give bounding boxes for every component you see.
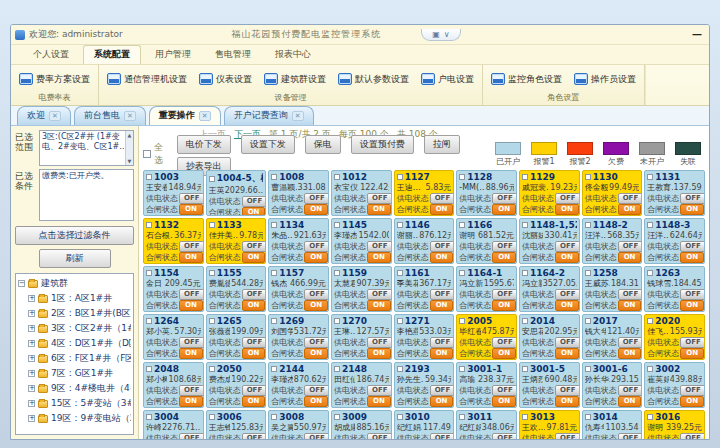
breaker-status-button[interactable]: ON [618,204,642,215]
chevron-down-icon[interactable]: ∨ [444,30,450,39]
supply-status-button[interactable]: OFF [179,289,204,300]
tree-item[interactable]: +3区：C区2#井（1#变… [18,321,131,336]
tab-前台售电[interactable]: 前台售电✕ [74,106,146,125]
card-checkbox[interactable] [334,222,340,228]
breaker-status-button[interactable]: ON [367,252,391,263]
meter-card[interactable]: 1132石合根…36.37元供电状态OFF合闸状态ON [143,218,204,264]
card-checkbox[interactable] [397,414,403,420]
ribbon-button-仪表设置[interactable]: 仪表设置 [197,72,254,87]
card-checkbox[interactable] [271,318,277,324]
supply-status-button[interactable]: OFF [680,241,705,252]
expand-icon[interactable]: + [28,340,35,347]
meter-card[interactable]: 2020佳飞…155.93元供电状态OFF合闸状态ON [644,314,705,360]
card-checkbox[interactable] [209,176,215,182]
expand-icon[interactable]: + [28,355,35,362]
supply-status-button[interactable]: OFF [367,337,392,348]
supply-status-button[interactable]: OFF [680,337,705,348]
supply-status-button[interactable]: OFF [304,193,329,204]
supply-status-button[interactable]: OFF [430,241,455,252]
card-checkbox[interactable] [271,222,277,228]
breaker-status-button[interactable]: ON [555,204,579,215]
card-checkbox[interactable] [459,366,465,372]
supply-status-button[interactable]: OFF [179,193,204,204]
supply-status-button[interactable]: OFF [179,337,204,348]
breaker-status-button[interactable]: ON [242,348,266,359]
meter-card[interactable]: 1004-5、楼—王英2029.66…供电状态OFF合闸状态ON [206,170,267,216]
card-checkbox[interactable] [397,222,403,228]
tree-item[interactable]: +4区：D区1#井（D区1… [18,336,131,351]
meter-card[interactable]: 3016谢明339.25元供电状态OFF合闸状态ON [644,410,705,439]
breaker-status-button[interactable]: ON [555,396,579,407]
supply-status-button[interactable]: OFF [179,433,204,439]
meter-card[interactable]: 1161季美花367.17元供电状态OFF合闸状态ON [394,266,455,312]
card-checkbox[interactable] [522,174,528,180]
breaker-status-button[interactable]: ON [430,300,454,311]
meter-card[interactable]: 3013王欢…97.81元供电状态OFF合闸状态ON [519,410,580,439]
card-checkbox[interactable] [334,318,340,324]
tree-item[interactable]: +2区：B区1#井(B区1#… [18,306,131,321]
selected-condition-box[interactable]: 缴费类:已开户类。 [39,169,134,221]
supply-status-button[interactable]: OFF [304,289,329,300]
breaker-status-button[interactable]: ON [304,396,328,407]
toolbar-button-电价下发[interactable]: 电价下发 [177,135,231,154]
tree-item[interactable]: +15区：5#变站（3#变… [18,396,131,411]
card-checkbox[interactable] [397,270,403,276]
supply-status-button[interactable]: OFF [304,385,329,396]
supply-status-button[interactable]: OFF [492,193,517,204]
card-checkbox[interactable] [146,318,152,324]
card-checkbox[interactable] [585,174,591,180]
breaker-status-button[interactable]: ON [618,252,642,263]
meter-card[interactable]: 3001-1高瑜238.37元供电状态OFF合闸状态ON [456,362,517,408]
breaker-status-button[interactable]: ON [492,204,516,215]
meter-card[interactable]: 3009胡成康885.16元供电状态OFF合闸状态ON [331,410,392,439]
card-checkbox[interactable] [522,366,528,372]
meter-card[interactable]: 1157钱杰466.99元供电状态OFF合闸状态ON [268,266,329,312]
supply-status-button[interactable]: OFF [242,196,267,207]
supply-status-button[interactable]: OFF [618,241,643,252]
meter-card[interactable]: 1148-2汪洋…568.35元供电状态OFF合闸状态ON [582,218,643,264]
menu-item-系统配置[interactable]: 系统配置 [83,45,141,64]
meter-card[interactable]: 1130佟金毅99.49元供电状态OFF合闸状态ON [582,170,643,216]
breaker-status-button[interactable]: ON [304,300,328,311]
card-checkbox[interactable] [459,318,465,324]
meter-card[interactable]: 1012衣宝仪…122.42元供电状态OFF合闸状态ON [331,170,392,216]
card-checkbox[interactable] [271,270,277,276]
breaker-status-button[interactable]: ON [304,348,328,359]
meter-card[interactable]: 1134朱品…921.63元供电状态OFF合闸状态ON [268,218,329,264]
supply-status-button[interactable]: OFF [618,433,643,439]
breaker-status-button[interactable]: ON [555,348,579,359]
breaker-status-button[interactable]: ON [430,204,454,215]
card-checkbox[interactable] [647,174,653,180]
supply-status-button[interactable]: OFF [618,289,643,300]
supply-status-button[interactable]: OFF [242,337,267,348]
breaker-status-button[interactable]: ON [555,300,579,311]
meter-card[interactable]: 1258王威苏…184.31元供电状态OFF合闸状态ON [582,266,643,312]
supply-status-button[interactable]: OFF [242,433,267,439]
meter-card[interactable]: 1008曹温颖…331.08元供电状态OFF合闸状态ON [268,170,329,216]
card-checkbox[interactable] [146,414,152,420]
supply-status-button[interactable]: OFF [430,289,455,300]
skin-icon[interactable]: ▣ [432,30,440,39]
expand-icon[interactable]: + [28,385,35,392]
meter-card[interactable]: 1148-1,522沈丽妹330.41元供电状态OFF合闸状态ON [519,218,580,264]
toolbar-button-保电[interactable]: 保电 [305,135,341,154]
breaker-status-button[interactable]: ON [430,252,454,263]
meter-card[interactable]: 1264郑小英…57.30元供电状态OFF合闸状态ON [143,314,204,360]
card-checkbox[interactable] [647,366,653,372]
refresh-button[interactable]: 刷新 [39,249,111,268]
supply-status-button[interactable]: OFF [555,433,580,439]
supply-status-button[interactable]: OFF [367,289,392,300]
supply-status-button[interactable]: OFF [367,241,392,252]
ribbon-button-费率方案设置[interactable]: 费率方案设置 [17,72,92,87]
meter-card[interactable]: 1270王琳…127.57元供电状态OFF合闸状态ON [331,314,392,360]
expand-icon[interactable]: + [28,295,35,302]
breaker-status-button[interactable]: ON [492,252,516,263]
card-checkbox[interactable] [209,270,215,276]
tree-item[interactable]: +6区：F区1#井（F区1#… [18,351,131,366]
supply-status-button[interactable]: OFF [492,241,517,252]
supply-status-button[interactable]: OFF [367,385,392,396]
breaker-status-button[interactable]: ON [242,252,266,263]
card-checkbox[interactable] [522,318,528,324]
meter-card[interactable]: 3014仇寿华1103.54…供电状态OFF合闸状态ON [582,410,643,439]
breaker-status-button[interactable]: ON [179,300,203,311]
